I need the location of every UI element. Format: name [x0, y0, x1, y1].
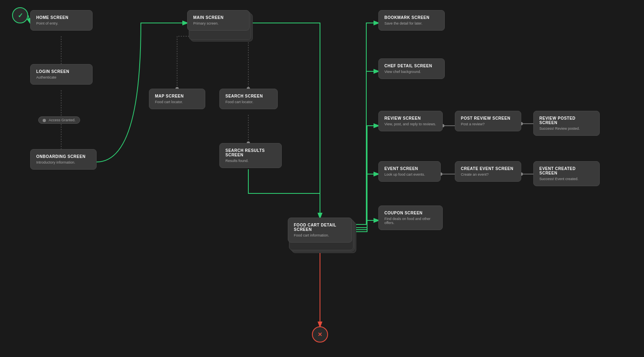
event-screen-title: EVENT SCREEN [384, 166, 435, 171]
review-posted-title: REVIEW POSTED SCREEN [539, 116, 594, 125]
map-screen-title: MAP SCREEN [155, 94, 199, 98]
end-icon: ✕ [318, 331, 322, 338]
access-granted-text: Access Granted. [49, 118, 76, 122]
bookmark-screen-title: BOOKMARK SCREEN [384, 15, 439, 20]
chef-detail-screen-node[interactable]: CHEF DETAIL SCREEN View chef background. [378, 58, 445, 79]
login-screen-title: LOGIN SCREEN [36, 69, 87, 74]
review-posted-desc: Success! Review posted. [539, 127, 594, 131]
access-granted-label: Access Granted. [38, 116, 80, 124]
post-review-screen-node[interactable]: POST REVIEW SCREEN Post a review? [455, 111, 521, 131]
search-results-screen-node[interactable]: SEARCH RESULTS SCREEN Results found. [219, 143, 282, 168]
home-screen-node[interactable]: HOME SCREEN Point of entry. [30, 10, 93, 31]
food-cart-detail-node[interactable]: FOOD CART DETAIL SCREEN Food cart inform… [288, 218, 352, 243]
food-cart-detail-title: FOOD CART DETAIL SCREEN [294, 223, 346, 232]
coupon-screen-desc: Find deals on food and other offers. [384, 217, 437, 225]
event-screen-node[interactable]: EVENT SCREEN Look up food cart events. [378, 161, 441, 182]
onboarding-screen-title: ONBOARDING SCREEN [36, 154, 91, 159]
create-event-title: CREATE EVENT SCREEN [461, 166, 515, 171]
search-results-desc: Results found. [225, 159, 276, 163]
map-screen-desc: Food cart locator. [155, 100, 199, 104]
create-event-desc: Create an event? [461, 172, 515, 176]
bookmark-screen-node[interactable]: BOOKMARK SCREEN Save the detail for late… [378, 10, 445, 31]
search-screen-title: SEARCH SCREEN [225, 94, 272, 98]
event-created-desc: Success! Event created. [539, 177, 594, 181]
search-results-title: SEARCH RESULTS SCREEN [225, 148, 276, 157]
food-cart-detail-desc: Food cart information. [294, 233, 346, 237]
coupon-screen-title: COUPON SCREEN [384, 211, 437, 215]
map-screen-node[interactable]: MAP SCREEN Food cart locator. [149, 89, 205, 109]
coupon-screen-node[interactable]: COUPON SCREEN Find deals on food and oth… [378, 205, 443, 230]
search-screen-desc: Food cart locator. [225, 100, 272, 104]
search-screen-node[interactable]: SEARCH SCREEN Food cart locator. [219, 89, 278, 109]
flowchart-canvas: ✓ HOME SCREEN Point of entry. LOGIN SCRE… [0, 0, 644, 357]
review-screen-desc: View, post, and reply to reviews. [384, 122, 437, 126]
review-posted-screen-node[interactable]: REVIEW POSTED SCREEN Success! Review pos… [533, 111, 600, 136]
review-screen-node[interactable]: REVIEW SCREEN View, post, and reply to r… [378, 111, 443, 131]
login-screen-desc: Authenticate [36, 75, 87, 79]
main-screen-node[interactable]: MAIN SCREEN Primary screen. [187, 10, 250, 31]
event-screen-desc: Look up food cart events. [384, 172, 435, 176]
main-screen-title: MAIN SCREEN [193, 15, 244, 20]
chef-detail-desc: View chef background. [384, 70, 439, 74]
chef-detail-title: CHEF DETAIL SCREEN [384, 64, 439, 68]
post-review-desc: Post a review? [461, 122, 515, 126]
home-screen-title: HOME SCREEN [36, 15, 87, 20]
create-event-screen-node[interactable]: CREATE EVENT SCREEN Create an event? [455, 161, 521, 182]
start-node: ✓ [12, 7, 28, 23]
review-screen-title: REVIEW SCREEN [384, 116, 437, 120]
login-screen-node[interactable]: LOGIN SCREEN Authenticate [30, 64, 93, 85]
onboarding-screen-node[interactable]: ONBOARDING SCREEN Introductory informati… [30, 149, 97, 170]
home-screen-desc: Point of entry. [36, 21, 87, 25]
start-icon: ✓ [18, 12, 23, 19]
event-created-title: EVENT CREATED SCREEN [539, 166, 594, 175]
event-created-screen-node[interactable]: EVENT CREATED SCREEN Success! Event crea… [533, 161, 600, 186]
post-review-title: POST REVIEW SCREEN [461, 116, 515, 120]
bookmark-screen-desc: Save the detail for later. [384, 21, 439, 25]
onboarding-screen-desc: Introductory information. [36, 160, 91, 164]
main-screen-desc: Primary screen. [193, 21, 244, 25]
end-node: ✕ [312, 326, 328, 342]
